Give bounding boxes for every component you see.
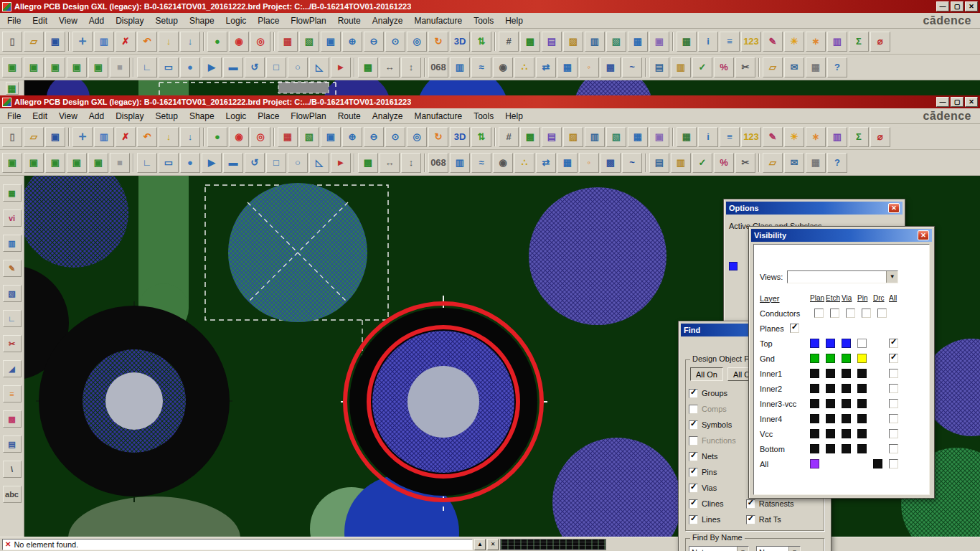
dot-grid-icon[interactable]: ▩ xyxy=(600,57,621,77)
dim-horizontal-icon[interactable]: ↔ xyxy=(380,57,400,77)
select-cursor-icon[interactable]: ▶ xyxy=(202,57,222,77)
layer-swatch-etch[interactable] xyxy=(826,414,835,423)
layer-swatch-etch[interactable] xyxy=(826,369,835,378)
status-message-field[interactable]: ✕ No element found. xyxy=(2,539,473,550)
label-pin-icon[interactable]: ◎ xyxy=(250,127,270,147)
zoom-previous-icon[interactable]: ⊙ xyxy=(385,32,405,52)
find-filter-item[interactable]: Lines xyxy=(689,512,736,527)
find-filter-item[interactable]: Pins xyxy=(689,464,736,480)
pin-matrix-icon[interactable]: ▦ xyxy=(557,153,578,173)
dot-grid-icon[interactable]: ▩ xyxy=(600,153,621,173)
add-filled-circle-icon[interactable]: ● xyxy=(180,153,200,173)
place-component-icon[interactable]: ▩ xyxy=(358,57,378,77)
zoom-fit-icon[interactable]: ▣ xyxy=(321,127,341,147)
menu-item[interactable]: Manufacture xyxy=(408,14,468,28)
route-keepin-icon[interactable]: ▣ xyxy=(67,153,87,173)
create-symbol-icon[interactable]: ▤ xyxy=(649,57,669,77)
layer-stack-icon[interactable]: ▤ xyxy=(3,435,22,453)
layer-swatch-pin[interactable] xyxy=(857,369,867,378)
layer-all-checkbox[interactable] xyxy=(889,429,898,438)
menu-item[interactable]: File xyxy=(1,109,27,123)
place-component-icon[interactable]: ▩ xyxy=(358,153,378,173)
layer-swatch-etch[interactable] xyxy=(826,354,835,363)
pad-pattern-icon[interactable]: ▩ xyxy=(3,410,22,428)
delete-icon[interactable]: ✗ xyxy=(116,127,136,147)
layer-swatch-etch[interactable] xyxy=(826,429,835,438)
mail-icon[interactable]: ✉ xyxy=(784,153,804,173)
route-keepout-icon[interactable]: ▣ xyxy=(88,153,108,173)
pick-vertex-icon[interactable]: ↓ xyxy=(159,127,179,147)
layer-swatch-plan[interactable] xyxy=(810,459,819,468)
help-icon[interactable]: ? xyxy=(827,153,847,173)
visibility-panel-titlebar[interactable]: Visibility ✕ xyxy=(751,229,932,242)
auto-route-icon[interactable]: ~ xyxy=(622,153,642,173)
layer-swatch-drc[interactable] xyxy=(873,459,882,468)
help-icon[interactable]: ? xyxy=(827,57,847,77)
minimize-button[interactable]: — xyxy=(936,97,949,107)
menu-item[interactable]: Route xyxy=(332,14,367,28)
drop-vertex-icon[interactable]: ↓ xyxy=(180,32,200,52)
filter-checkbox[interactable] xyxy=(689,499,698,509)
layer-swatch-via[interactable] xyxy=(842,414,851,423)
titlebar[interactable]: Allegro PCB Design GXL (legacy): B-0-162… xyxy=(0,95,980,108)
layer-swatch-plan[interactable] xyxy=(810,414,819,423)
conductors-checkbox[interactable] xyxy=(846,309,855,318)
plan-view-icon[interactable]: ▦ xyxy=(628,32,648,52)
menu-item[interactable]: Tools xyxy=(468,109,499,123)
element-report-icon[interactable]: ≡ xyxy=(720,127,740,147)
layer-swatch-via[interactable] xyxy=(842,429,851,438)
menu-item[interactable]: Route xyxy=(332,109,367,123)
close-icon[interactable]: ✕ xyxy=(918,230,929,240)
close-button[interactable]: ✕ xyxy=(965,1,978,11)
flip-design-icon[interactable]: ⇅ xyxy=(471,32,491,52)
find-filter-item[interactable]: Symbols xyxy=(689,417,736,433)
global-visibility-icon[interactable]: ▥ xyxy=(585,32,605,52)
conductors-checkbox[interactable] xyxy=(877,309,887,318)
package-keepin-icon[interactable]: ▣ xyxy=(24,153,44,173)
close-icon[interactable]: ✕ xyxy=(888,203,900,213)
layer-swatch-pin[interactable] xyxy=(857,429,867,438)
redraw-icon[interactable]: ▦ xyxy=(278,32,298,52)
image-icon[interactable]: ▦ xyxy=(806,57,826,77)
menu-item[interactable]: View xyxy=(53,109,83,123)
create-package-icon[interactable]: ▥ xyxy=(671,57,691,77)
grid-toggle-icon[interactable]: # xyxy=(499,32,519,52)
active-class-swatch[interactable] xyxy=(729,262,738,270)
board-view-icon[interactable]: ▦ xyxy=(6,82,19,95)
markup-icon[interactable]: ✎ xyxy=(763,127,783,147)
filter-checkbox[interactable] xyxy=(689,389,698,398)
menu-item[interactable]: Place xyxy=(252,109,285,123)
spin-icon[interactable]: ↺ xyxy=(245,153,265,173)
shell-icon[interactable]: ● xyxy=(207,127,227,147)
snapshot-icon[interactable]: ◉ xyxy=(493,57,513,77)
layer-swatch-via[interactable] xyxy=(842,384,851,393)
filter-checkbox[interactable] xyxy=(689,468,698,477)
glue-dot-icon[interactable]: ◦ xyxy=(579,57,599,77)
cut-route-icon[interactable]: ✂ xyxy=(3,335,22,352)
conductors-checkbox[interactable] xyxy=(830,309,839,318)
layer-swatch-pin[interactable] xyxy=(857,414,867,423)
add-rect-icon[interactable]: ▭ xyxy=(159,57,179,77)
find-filter-item[interactable]: Clines xyxy=(689,496,736,512)
open-folder-icon[interactable]: ▱ xyxy=(24,127,44,147)
chevron-down-icon[interactable]: ▼ xyxy=(886,271,897,283)
layer-swatch-etch[interactable] xyxy=(826,339,835,348)
dim-vertical-icon[interactable]: ↕ xyxy=(401,153,421,173)
ratsnest-icon[interactable]: ∴ xyxy=(514,153,534,173)
layer-all-checkbox[interactable] xyxy=(889,384,898,393)
place-outline-icon[interactable]: ▣ xyxy=(2,153,22,173)
menu-item[interactable]: Setup xyxy=(150,109,184,123)
layer-swatch-via[interactable] xyxy=(842,339,851,348)
route-45-icon[interactable]: ◢ xyxy=(3,360,22,377)
conductors-checkbox[interactable] xyxy=(814,309,824,318)
copy-icon[interactable]: ▥ xyxy=(94,127,114,147)
net-connect-icon[interactable]: ▥ xyxy=(3,235,22,252)
dim-vertical-icon[interactable]: ↕ xyxy=(401,57,421,77)
find-filter-item[interactable]: Functions xyxy=(689,433,736,448)
layer-all-checkbox[interactable] xyxy=(889,339,898,348)
pin-matrix-icon[interactable]: ▦ xyxy=(557,57,578,77)
layer-all-checkbox[interactable] xyxy=(889,369,898,378)
stub-route-icon[interactable]: ∟ xyxy=(3,310,22,327)
layer-swatch-pin[interactable] xyxy=(857,339,867,348)
info-icon[interactable]: i xyxy=(698,127,718,147)
